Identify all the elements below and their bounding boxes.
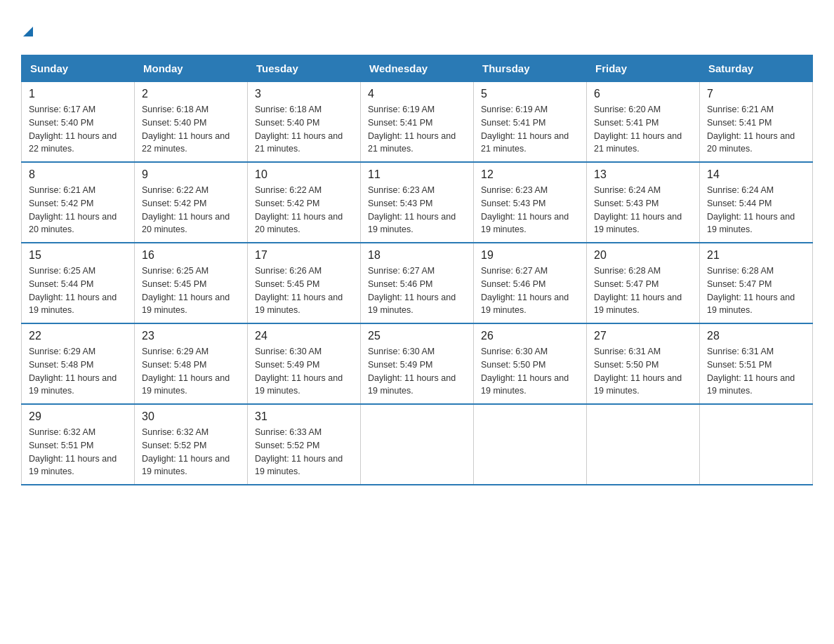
day-info: Sunrise: 6:18 AMSunset: 5:40 PMDaylight:… [255,103,353,156]
calendar-week-row: 22Sunrise: 6:29 AMSunset: 5:48 PMDayligh… [22,323,813,404]
day-number: 1 [29,88,127,100]
logo-general [21,21,33,41]
day-info: Sunrise: 6:24 AMSunset: 5:43 PMDaylight:… [594,184,692,236]
calendar-cell: 14Sunrise: 6:24 AMSunset: 5:44 PMDayligh… [700,162,813,243]
column-header-sunday: Sunday [22,55,135,82]
day-number: 8 [29,168,127,181]
day-info: Sunrise: 6:17 AMSunset: 5:40 PMDaylight:… [29,103,127,156]
day-info: Sunrise: 6:30 AMSunset: 5:49 PMDaylight:… [255,345,353,398]
calendar-cell: 12Sunrise: 6:23 AMSunset: 5:43 PMDayligh… [474,162,587,243]
day-number: 29 [29,410,127,423]
day-info: Sunrise: 6:29 AMSunset: 5:48 PMDaylight:… [29,345,127,398]
calendar-cell: 27Sunrise: 6:31 AMSunset: 5:50 PMDayligh… [587,323,700,404]
calendar-week-row: 29Sunrise: 6:32 AMSunset: 5:51 PMDayligh… [22,404,813,485]
day-number: 23 [142,330,240,342]
calendar-cell: 17Sunrise: 6:26 AMSunset: 5:45 PMDayligh… [248,243,361,323]
column-header-monday: Monday [135,55,248,82]
day-number: 9 [142,168,240,181]
calendar-body: 1Sunrise: 6:17 AMSunset: 5:40 PMDaylight… [22,82,813,485]
calendar-cell: 15Sunrise: 6:25 AMSunset: 5:44 PMDayligh… [22,243,135,323]
day-info: Sunrise: 6:30 AMSunset: 5:50 PMDaylight:… [481,345,579,398]
calendar-cell: 29Sunrise: 6:32 AMSunset: 5:51 PMDayligh… [22,404,135,485]
day-number: 27 [594,330,692,342]
calendar-cell: 10Sunrise: 6:22 AMSunset: 5:42 PMDayligh… [248,162,361,243]
day-number: 5 [481,88,579,100]
logo-triangle-icon [23,27,33,36]
day-number: 28 [707,330,805,342]
calendar-cell [700,404,813,485]
calendar-week-row: 1Sunrise: 6:17 AMSunset: 5:40 PMDaylight… [22,82,813,163]
day-number: 6 [594,88,692,100]
day-number: 2 [142,88,240,100]
day-info: Sunrise: 6:22 AMSunset: 5:42 PMDaylight:… [142,184,240,236]
day-info: Sunrise: 6:25 AMSunset: 5:45 PMDaylight:… [142,264,240,317]
day-info: Sunrise: 6:30 AMSunset: 5:49 PMDaylight:… [368,345,466,398]
day-number: 19 [481,249,579,262]
day-number: 18 [368,249,466,262]
day-info: Sunrise: 6:25 AMSunset: 5:44 PMDaylight:… [29,264,127,317]
calendar-cell: 28Sunrise: 6:31 AMSunset: 5:51 PMDayligh… [700,323,813,404]
column-header-friday: Friday [587,55,700,82]
day-info: Sunrise: 6:23 AMSunset: 5:43 PMDaylight:… [368,184,466,236]
day-number: 12 [481,168,579,181]
calendar-cell: 16Sunrise: 6:25 AMSunset: 5:45 PMDayligh… [135,243,248,323]
calendar-cell: 4Sunrise: 6:19 AMSunset: 5:41 PMDaylight… [361,82,474,163]
calendar-cell: 22Sunrise: 6:29 AMSunset: 5:48 PMDayligh… [22,323,135,404]
calendar-cell: 11Sunrise: 6:23 AMSunset: 5:43 PMDayligh… [361,162,474,243]
calendar-cell: 2Sunrise: 6:18 AMSunset: 5:40 PMDaylight… [135,82,248,163]
column-header-tuesday: Tuesday [248,55,361,82]
day-info: Sunrise: 6:32 AMSunset: 5:51 PMDaylight:… [29,426,127,478]
day-info: Sunrise: 6:18 AMSunset: 5:40 PMDaylight:… [142,103,240,156]
calendar-cell: 19Sunrise: 6:27 AMSunset: 5:46 PMDayligh… [474,243,587,323]
day-info: Sunrise: 6:28 AMSunset: 5:47 PMDaylight:… [594,264,692,317]
column-header-saturday: Saturday [700,55,813,82]
day-number: 10 [255,168,353,181]
column-header-thursday: Thursday [474,55,587,82]
day-number: 21 [707,249,805,262]
calendar-cell [587,404,700,485]
day-info: Sunrise: 6:21 AMSunset: 5:41 PMDaylight:… [707,103,805,156]
column-header-wednesday: Wednesday [361,55,474,82]
calendar-week-row: 8Sunrise: 6:21 AMSunset: 5:42 PMDaylight… [22,162,813,243]
day-info: Sunrise: 6:29 AMSunset: 5:48 PMDaylight:… [142,345,240,398]
calendar-header-row: SundayMondayTuesdayWednesdayThursdayFrid… [22,55,813,82]
day-number: 13 [594,168,692,181]
calendar-cell: 31Sunrise: 6:33 AMSunset: 5:52 PMDayligh… [248,404,361,485]
day-number: 24 [255,330,353,342]
day-number: 17 [255,249,353,262]
day-number: 11 [368,168,466,181]
day-info: Sunrise: 6:32 AMSunset: 5:52 PMDaylight:… [142,426,240,478]
calendar-cell: 3Sunrise: 6:18 AMSunset: 5:40 PMDaylight… [248,82,361,163]
day-info: Sunrise: 6:22 AMSunset: 5:42 PMDaylight:… [255,184,353,236]
calendar-cell [361,404,474,485]
day-info: Sunrise: 6:31 AMSunset: 5:50 PMDaylight:… [594,345,692,398]
day-info: Sunrise: 6:28 AMSunset: 5:47 PMDaylight:… [707,264,805,317]
header [21,21,813,41]
calendar-cell: 5Sunrise: 6:19 AMSunset: 5:41 PMDaylight… [474,82,587,163]
day-info: Sunrise: 6:27 AMSunset: 5:46 PMDaylight:… [368,264,466,317]
calendar-cell [474,404,587,485]
calendar-cell: 20Sunrise: 6:28 AMSunset: 5:47 PMDayligh… [587,243,700,323]
calendar-cell: 7Sunrise: 6:21 AMSunset: 5:41 PMDaylight… [700,82,813,163]
calendar-cell: 1Sunrise: 6:17 AMSunset: 5:40 PMDaylight… [22,82,135,163]
calendar-cell: 18Sunrise: 6:27 AMSunset: 5:46 PMDayligh… [361,243,474,323]
calendar-cell: 30Sunrise: 6:32 AMSunset: 5:52 PMDayligh… [135,404,248,485]
day-info: Sunrise: 6:31 AMSunset: 5:51 PMDaylight:… [707,345,805,398]
calendar-cell: 13Sunrise: 6:24 AMSunset: 5:43 PMDayligh… [587,162,700,243]
day-info: Sunrise: 6:27 AMSunset: 5:46 PMDaylight:… [481,264,579,317]
day-info: Sunrise: 6:24 AMSunset: 5:44 PMDaylight:… [707,184,805,236]
day-info: Sunrise: 6:20 AMSunset: 5:41 PMDaylight:… [594,103,692,156]
day-info: Sunrise: 6:21 AMSunset: 5:42 PMDaylight:… [29,184,127,236]
day-number: 22 [29,330,127,342]
calendar-cell: 6Sunrise: 6:20 AMSunset: 5:41 PMDaylight… [587,82,700,163]
calendar-table: SundayMondayTuesdayWednesdayThursdayFrid… [21,55,813,485]
day-info: Sunrise: 6:23 AMSunset: 5:43 PMDaylight:… [481,184,579,236]
day-number: 14 [707,168,805,181]
day-number: 4 [368,88,466,100]
day-number: 25 [368,330,466,342]
day-number: 15 [29,249,127,262]
calendar-cell: 24Sunrise: 6:30 AMSunset: 5:49 PMDayligh… [248,323,361,404]
calendar-cell: 26Sunrise: 6:30 AMSunset: 5:50 PMDayligh… [474,323,587,404]
day-info: Sunrise: 6:19 AMSunset: 5:41 PMDaylight:… [481,103,579,156]
day-info: Sunrise: 6:26 AMSunset: 5:45 PMDaylight:… [255,264,353,317]
